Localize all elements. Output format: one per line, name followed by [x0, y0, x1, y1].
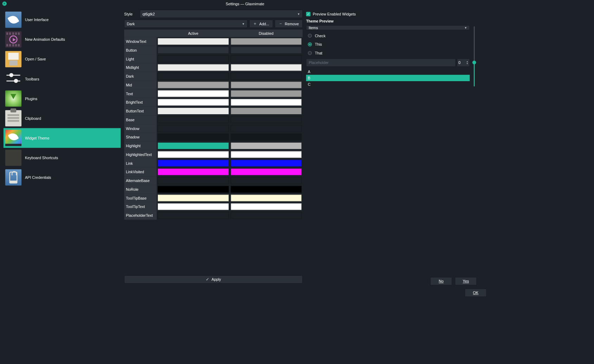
brush-icon [5, 12, 21, 28]
add-button[interactable]: ＋ Add... [249, 20, 273, 28]
color-swatch-active[interactable] [158, 212, 229, 219]
theme-combo[interactable]: Dark ▼ [124, 20, 247, 28]
color-swatch-active[interactable] [158, 38, 229, 45]
color-table-row: Base [124, 115, 302, 124]
sidebar-item-plugins[interactable]: Plugins [4, 89, 121, 108]
sidebar-item-new-animation-defaults[interactable]: New Animation Defaults [4, 30, 121, 49]
color-table-row: NoRole [124, 185, 302, 194]
preview-items-combo[interactable]: Items ▼ [306, 25, 470, 30]
color-swatch-disabled[interactable] [230, 38, 302, 45]
color-swatch-active[interactable] [158, 203, 229, 210]
preview-vertical-slider[interactable] [472, 25, 477, 87]
color-role-label: ButtonText [124, 107, 157, 116]
chevron-down-icon: ▼ [242, 22, 245, 25]
color-swatch-active[interactable] [158, 142, 229, 149]
sidebar-item-toolbars[interactable]: Toolbars [4, 69, 121, 89]
color-swatch-active[interactable] [158, 56, 229, 63]
color-swatch-active[interactable] [158, 73, 229, 80]
color-swatch-disabled[interactable] [230, 47, 302, 54]
color-swatch-disabled[interactable] [230, 134, 302, 141]
list-item[interactable]: A [306, 69, 470, 75]
color-swatch-disabled[interactable] [230, 99, 302, 106]
sidebar-item-keyboard-shortcuts[interactable]: Keyboard Shortcuts [4, 148, 121, 168]
color-swatch-disabled[interactable] [230, 116, 302, 123]
color-swatch-disabled[interactable] [230, 151, 302, 158]
color-swatch-disabled[interactable] [230, 195, 302, 202]
color-table-row: Link [124, 159, 302, 168]
film-icon [5, 31, 21, 47]
spinner-value: 0 [459, 60, 461, 65]
color-role-label: LinkVisited [124, 168, 157, 176]
color-swatch-active[interactable] [158, 90, 229, 97]
list-item[interactable]: B [306, 75, 470, 81]
style-combo-value: qt6gtk2 [142, 12, 155, 16]
color-swatch-active[interactable] [158, 125, 229, 132]
color-swatch-active[interactable] [158, 134, 229, 141]
close-icon[interactable]: ✕ [2, 1, 7, 6]
color-swatch-active[interactable] [158, 195, 229, 202]
color-swatch-disabled[interactable] [230, 168, 302, 175]
sidebar-item-user-interface[interactable]: User Interface [4, 10, 121, 30]
color-swatch-disabled[interactable] [230, 160, 302, 167]
color-swatch-disabled[interactable] [230, 177, 302, 184]
color-swatch-disabled[interactable] [230, 212, 302, 219]
color-swatch-disabled[interactable] [230, 186, 302, 193]
preview-text-input[interactable]: Placeholder [306, 59, 456, 67]
ok-button-label: OK [473, 291, 479, 295]
sidebar-item-api-credentials[interactable]: API Credentials [4, 168, 121, 187]
color-swatch-disabled[interactable] [230, 108, 302, 115]
color-table-row: LinkVisited [124, 168, 302, 176]
sidebar-item-label: Open / Save [25, 57, 46, 61]
color-swatch-disabled[interactable] [230, 125, 302, 132]
clipboard-icon [5, 110, 21, 126]
color-swatch-disabled[interactable] [230, 203, 302, 210]
color-swatch-active[interactable] [158, 99, 229, 106]
color-swatch-active[interactable] [158, 108, 229, 115]
preview-radio-that[interactable]: That [306, 49, 470, 58]
sidebar-item-label: User Interface [25, 18, 49, 22]
color-role-label: AlternateBase [124, 176, 157, 185]
color-swatch-active[interactable] [158, 177, 229, 184]
color-swatch-disabled[interactable] [230, 82, 302, 89]
color-swatch-disabled[interactable] [230, 142, 302, 149]
list-item[interactable]: C [306, 81, 470, 87]
color-swatch-disabled[interactable] [230, 56, 302, 63]
color-role-label: Base [124, 115, 157, 124]
color-swatch-active[interactable] [158, 64, 229, 71]
color-swatch-active[interactable] [158, 151, 229, 158]
color-swatch-active[interactable] [158, 82, 229, 89]
ok-button[interactable]: OK [465, 289, 487, 297]
color-swatch-disabled[interactable] [230, 73, 302, 80]
color-role-label: Button [124, 46, 157, 54]
radio-label: That [315, 51, 322, 55]
color-swatch-active[interactable] [158, 116, 229, 123]
color-role-label: Link [124, 159, 157, 168]
sidebar-item-widget-theme[interactable]: Widget Theme [4, 128, 121, 148]
sidebar-item-label: API Credentials [25, 175, 51, 180]
preview-enabled-checkbox[interactable]: ✓ [306, 12, 310, 16]
titlebar: ✕ Settings — Glaxnimate [0, 0, 490, 7]
palette-icon [5, 130, 21, 146]
style-combo[interactable]: qt6gtk2 ▼ [140, 10, 303, 18]
color-swatch-disabled[interactable] [230, 90, 302, 97]
apply-button[interactable]: ✓ Apply [124, 275, 302, 284]
color-swatch-active[interactable] [158, 168, 229, 175]
color-swatch-active[interactable] [158, 160, 229, 167]
color-table-row: AlternateBase [124, 176, 302, 185]
preview-radio-check[interactable]: Check [306, 31, 470, 40]
preview-radio-this[interactable]: This [306, 40, 470, 49]
remove-button[interactable]: － Remove [275, 20, 303, 28]
no-button[interactable]: No [430, 277, 452, 285]
floppy-icon [5, 51, 21, 67]
theme-preview-title: Theme Preview [306, 19, 477, 23]
color-swatch-active[interactable] [158, 47, 229, 54]
yes-button[interactable]: Yes [455, 277, 477, 285]
color-table-row: Mid [124, 80, 302, 89]
sidebar-item-clipboard[interactable]: Clipboard [4, 109, 121, 128]
preview-spinner[interactable]: 0 ▲▼ [457, 59, 470, 67]
sidebar-item-open-save[interactable]: Open / Save [4, 49, 121, 69]
color-role-label: BrightText [124, 98, 157, 107]
color-swatch-active[interactable] [158, 186, 229, 193]
color-swatch-disabled[interactable] [230, 64, 302, 71]
preview-listbox[interactable]: A B C [306, 69, 470, 87]
